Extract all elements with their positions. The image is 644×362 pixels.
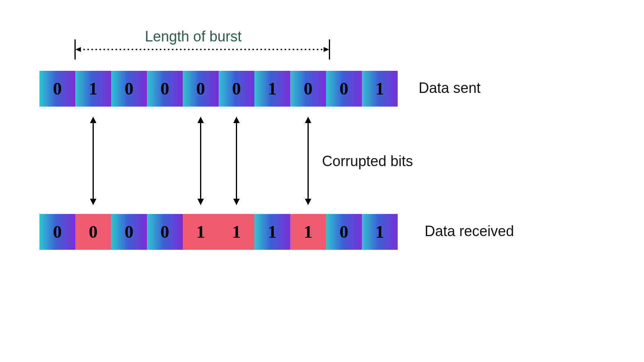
recv-bit-9: 1 xyxy=(362,214,398,250)
sent-bit-9: 1 xyxy=(362,71,398,107)
recv-bit-0: 0 xyxy=(39,214,75,250)
corrupted-bits-label: Corrupted bits xyxy=(322,153,413,170)
sent-bit-1: 1 xyxy=(75,71,111,107)
data-received-label: Data received xyxy=(425,223,514,240)
corruption-arrow-7 xyxy=(305,117,312,205)
recv-bit-2: 0 xyxy=(111,214,147,250)
sent-bit-3: 0 xyxy=(147,71,183,107)
corruption-arrow-4 xyxy=(198,117,204,205)
sent-bit-8: 0 xyxy=(326,71,362,107)
svg-marker-1 xyxy=(75,47,81,52)
diagram-stage: { "layout": { "sent_y": 176, "recv_y": 5… xyxy=(0,0,644,362)
sent-bit-6: 1 xyxy=(254,71,290,107)
recv-bit-1: 0 xyxy=(75,214,111,250)
burst-length-label: Length of burst xyxy=(145,28,242,45)
svg-marker-2 xyxy=(324,47,329,52)
sent-bit-7: 0 xyxy=(290,71,326,107)
svg-marker-7 xyxy=(198,117,204,123)
recv-bit-8: 0 xyxy=(326,214,362,250)
svg-marker-10 xyxy=(233,117,240,123)
svg-marker-11 xyxy=(233,199,240,205)
recv-bit-4: 1 xyxy=(183,214,219,250)
data-sent-label: Data sent xyxy=(419,80,481,97)
recv-bit-5: 1 xyxy=(219,214,254,250)
sent-bit-5: 0 xyxy=(219,71,254,107)
corruption-arrows xyxy=(0,0,644,362)
svg-marker-8 xyxy=(198,199,204,205)
corruption-arrow-5 xyxy=(233,117,240,205)
svg-marker-14 xyxy=(305,199,312,205)
sent-bit-2: 0 xyxy=(111,71,147,107)
svg-marker-4 xyxy=(90,117,97,123)
corruption-arrow-1 xyxy=(90,117,97,205)
svg-marker-13 xyxy=(305,117,312,123)
recv-bit-7: 1 xyxy=(290,214,326,250)
svg-marker-5 xyxy=(90,199,97,205)
burst-dotted-arrow xyxy=(75,45,329,53)
sent-bit-0: 0 xyxy=(39,71,75,107)
recv-bit-3: 0 xyxy=(147,214,183,250)
recv-bit-6: 1 xyxy=(254,214,290,250)
sent-bit-4: 0 xyxy=(183,71,219,107)
